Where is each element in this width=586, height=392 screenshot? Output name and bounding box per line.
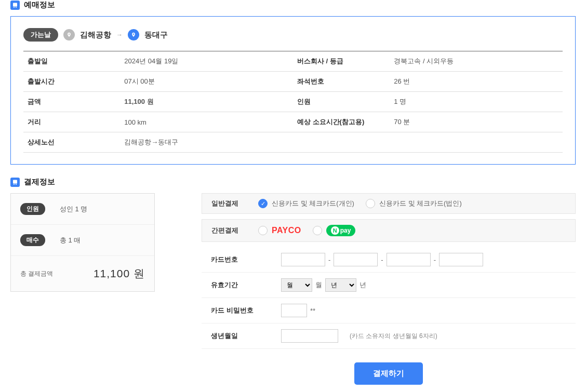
dob-label: 생년월일 — [211, 331, 281, 341]
reservation-section-title: 예매정보 — [24, 0, 55, 10]
payment-section-title: 결제정보 — [24, 177, 55, 187]
card-number-input-3[interactable] — [387, 253, 431, 266]
card-number-inputs: - - - — [281, 253, 483, 266]
company-label: 버스회사 / 등급 — [293, 51, 390, 72]
bus-icon — [10, 1, 20, 10]
route-header: 가는날 김해공항 → 동대구 — [23, 28, 563, 42]
card-password-input[interactable] — [281, 304, 307, 317]
route-detail-value: 김해공항→동대구 — [120, 132, 563, 153]
card-number-input-4[interactable] — [439, 253, 483, 266]
dob-row: 생년월일 (카드 소유자의 생년월일 6자리) — [202, 323, 576, 349]
npay-n-icon: N — [331, 226, 339, 235]
departure-date-label: 출발일 — [23, 51, 120, 72]
distance-label: 거리 — [23, 112, 120, 132]
svg-rect-0 — [13, 3, 17, 6]
password-mask: ** — [310, 307, 315, 315]
reservation-info-table: 출발일 2024년 04월 19일 버스회사 / 등급 경북고속 / 시외우등 … — [23, 51, 563, 153]
card-number-input-1[interactable] — [281, 253, 325, 266]
summary-tickets-value: 총 1 매 — [60, 236, 81, 245]
duration-value: 70 분 — [390, 112, 563, 132]
radio-personal-card[interactable]: ✓ 신용카드 및 체크카드(개인) — [258, 199, 354, 208]
npay-text: pay — [340, 227, 351, 234]
summary-tickets-badge: 매수 — [20, 234, 45, 246]
expiry-label: 유효기간 — [211, 280, 281, 290]
expiry-row: 유효기간 월 월 년 년 — [202, 273, 576, 298]
general-payment-label: 일반결제 — [211, 199, 258, 208]
expiry-month-unit: 월 — [315, 280, 322, 290]
payment-summary-box: 인원 성인 1 명 매수 총 1 매 총 결제금액 11,100 원 — [10, 193, 155, 292]
pin-arrival-icon — [128, 29, 139, 40]
svg-point-4 — [14, 184, 15, 185]
departure-date-value: 2024년 04월 19일 — [120, 51, 293, 72]
svg-point-2 — [16, 7, 17, 8]
payment-form: 일반결제 ✓ 신용카드 및 체크카드(개인) 신용카드 및 체크카드(법인) 간… — [202, 193, 576, 385]
card-number-input-2[interactable] — [334, 253, 378, 266]
dob-inputs: (카드 소유자의 생년월일 6자리) — [281, 329, 437, 343]
amount-label: 금액 — [23, 92, 120, 112]
radio-checked-icon: ✓ — [258, 199, 268, 208]
radio-unchecked-icon — [313, 226, 322, 235]
table-row: 거리 100 km 예상 소요시간(참고용) 70 분 — [23, 112, 563, 132]
table-row: 상세노선 김해공항→동대구 — [23, 132, 563, 153]
summary-total-label: 총 결제금액 — [20, 269, 53, 278]
route-arrival-label: 동대구 — [144, 30, 168, 40]
people-value: 1 명 — [390, 92, 563, 112]
payco-logo-icon: PAYCO — [272, 226, 301, 235]
radio-unchecked-icon — [258, 226, 268, 235]
route-departure-label: 김해공항 — [80, 30, 111, 40]
table-row: 출발시간 07시 00분 좌석번호 26 번 — [23, 72, 563, 92]
departure-time-label: 출발시간 — [23, 72, 120, 92]
departure-time-value: 07시 00분 — [120, 72, 293, 92]
dob-hint: (카드 소유자의 생년월일 6자리) — [350, 332, 437, 341]
seat-value: 26 번 — [390, 72, 563, 92]
payment-container: 인원 성인 1 명 매수 총 1 매 총 결제금액 11,100 원 일반결제 … — [10, 193, 576, 385]
radio-unchecked-icon — [366, 199, 375, 208]
card-password-inputs: ** — [281, 304, 315, 317]
summary-total-row: 총 결제금액 11,100 원 — [11, 256, 154, 291]
general-payment-options: ✓ 신용카드 및 체크카드(개인) 신용카드 및 체크카드(법인) — [258, 199, 462, 208]
reservation-section-header: 예매정보 — [10, 0, 576, 10]
bus-icon — [10, 178, 20, 187]
summary-people-badge: 인원 — [20, 203, 45, 215]
radio-corporate-card[interactable]: 신용카드 및 체크카드(법인) — [366, 199, 462, 208]
submit-payment-button[interactable]: 결제하기 — [354, 362, 423, 385]
svg-point-5 — [16, 184, 17, 185]
easy-payment-label: 간편결제 — [211, 226, 258, 235]
duration-label: 예상 소요시간(참고용) — [293, 112, 390, 132]
card-password-row: 카드 비밀번호 ** — [202, 298, 576, 323]
radio-corporate-label: 신용카드 및 체크카드(법인) — [379, 199, 462, 208]
card-password-label: 카드 비밀번호 — [211, 306, 281, 315]
npay-logo-icon: N pay — [326, 225, 356, 236]
seat-label: 좌석번호 — [293, 72, 390, 92]
summary-people-value: 성인 1 명 — [60, 205, 87, 214]
people-label: 인원 — [293, 92, 390, 112]
table-row: 금액 11,100 원 인원 1 명 — [23, 92, 563, 112]
expiry-year-select[interactable]: 년 — [325, 278, 356, 292]
summary-people-row: 인원 성인 1 명 — [11, 194, 154, 225]
easy-payment-row: 간편결제 PAYCO N pay — [202, 219, 576, 242]
submit-area: 결제하기 — [202, 362, 576, 385]
svg-rect-3 — [13, 180, 17, 183]
dob-input[interactable] — [281, 329, 338, 343]
card-number-label: 카드번호 — [211, 255, 281, 264]
route-arrow-icon: → — [116, 31, 123, 38]
card-number-row: 카드번호 - - - — [202, 247, 576, 273]
svg-point-1 — [14, 7, 15, 8]
expiry-year-unit: 년 — [359, 280, 366, 290]
route-detail-label: 상세노선 — [23, 132, 120, 153]
company-value: 경북고속 / 시외우등 — [390, 51, 563, 72]
expiry-month-select[interactable]: 월 — [281, 278, 312, 292]
route-badge: 가는날 — [23, 28, 58, 42]
pin-departure-icon — [63, 29, 75, 40]
summary-total-value: 11,100 원 — [94, 266, 145, 281]
distance-value: 100 km — [120, 112, 293, 132]
general-payment-row: 일반결제 ✓ 신용카드 및 체크카드(개인) 신용카드 및 체크카드(법인) — [202, 193, 576, 214]
radio-npay[interactable]: N pay — [313, 225, 356, 236]
reservation-box: 가는날 김해공항 → 동대구 출발일 2024년 04월 19일 버스회사 / … — [10, 16, 576, 165]
radio-personal-label: 신용카드 및 체크카드(개인) — [272, 199, 354, 208]
summary-tickets-row: 매수 총 1 매 — [11, 225, 154, 256]
easy-payment-options: PAYCO N pay — [258, 225, 355, 236]
payment-section-header: 결제정보 — [10, 177, 576, 187]
radio-payco[interactable]: PAYCO — [258, 226, 301, 235]
expiry-inputs: 월 월 년 년 — [281, 278, 366, 292]
